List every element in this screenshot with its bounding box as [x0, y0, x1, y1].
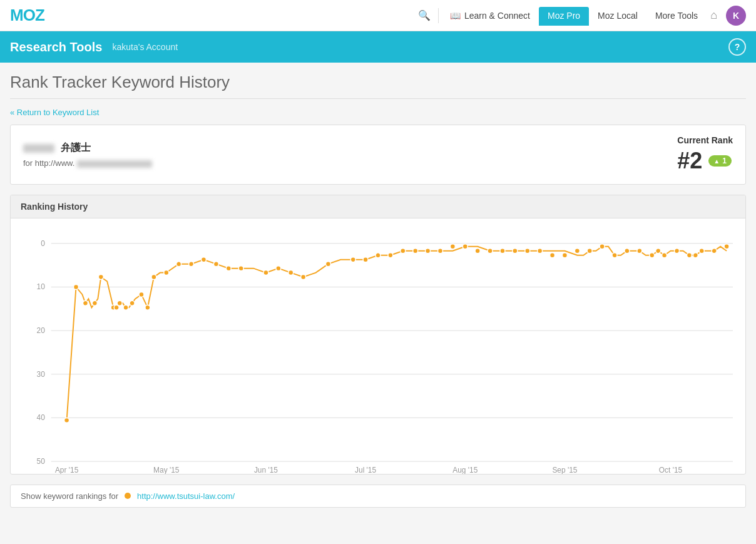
keyword-info: 弁護士 for http://www. [23, 141, 677, 168]
svg-text:Aug '15: Aug '15 [452, 466, 478, 474]
svg-point-61 [562, 253, 567, 258]
chart-header: Ranking History [11, 195, 745, 218]
svg-text:Jul '15: Jul '15 [355, 466, 376, 474]
svg-point-71 [675, 249, 680, 254]
nav-item-learn-connect[interactable]: 📖 Learn & Connect [441, 7, 539, 24]
svg-point-31 [151, 275, 156, 280]
keyword-label: 弁護士 [61, 141, 91, 155]
up-arrow-icon: ▲ [713, 158, 720, 165]
chart-section: Ranking History 0 10 20 30 40 [10, 195, 746, 475]
svg-text:20: 20 [37, 326, 46, 335]
svg-point-30 [145, 305, 150, 310]
help-button[interactable]: ? [728, 38, 746, 56]
svg-point-23 [98, 275, 103, 280]
svg-point-46 [375, 253, 381, 258]
svg-point-75 [712, 249, 717, 254]
svg-text:40: 40 [37, 413, 46, 422]
footer-bar: Show keyword rankings for http://www.tsu… [10, 485, 746, 508]
svg-text:Sep '15: Sep '15 [552, 466, 577, 474]
page-title: Rank Tracker Keyword History [10, 73, 746, 99]
keyword-card: 弁護士 for http://www. Current Rank #2 ▲ 1 [10, 125, 746, 185]
svg-point-68 [650, 253, 655, 258]
svg-point-55 [488, 249, 493, 254]
svg-text:30: 30 [37, 370, 46, 379]
svg-point-48 [401, 249, 406, 254]
top-nav: MOZ 🔍 📖 Learn & Connect Moz Pro Moz Loca… [0, 0, 756, 31]
svg-point-66 [625, 249, 630, 254]
footer-url[interactable]: http://www.tsutsui-law.com/ [137, 491, 235, 501]
chart-body: 0 10 20 30 40 50 Apr '15 May '15 Jun '15… [11, 218, 745, 474]
svg-point-20 [74, 285, 79, 290]
svg-point-64 [600, 244, 605, 249]
svg-point-38 [238, 266, 243, 271]
svg-point-39 [263, 270, 268, 275]
svg-point-32 [164, 270, 169, 275]
svg-point-28 [130, 300, 135, 305]
svg-point-21 [83, 300, 88, 305]
svg-text:50: 50 [37, 457, 46, 466]
main-content: Rank Tracker Keyword History « Return to… [0, 63, 756, 508]
svg-point-65 [612, 253, 617, 258]
search-icon[interactable]: 🔍 [418, 9, 431, 21]
nav-item-more-tools[interactable]: More Tools [646, 7, 707, 24]
svg-point-54 [475, 249, 480, 254]
book-icon: 📖 [450, 11, 461, 21]
svg-point-34 [189, 262, 194, 267]
svg-point-70 [662, 253, 667, 258]
svg-point-63 [587, 249, 592, 254]
svg-point-42 [301, 275, 306, 280]
svg-point-52 [450, 244, 455, 249]
svg-point-51 [438, 249, 443, 254]
nav-item-moz-pro[interactable]: Moz Pro [539, 7, 589, 26]
svg-point-47 [388, 253, 393, 258]
nav-divider [438, 8, 439, 23]
svg-point-56 [500, 249, 505, 254]
svg-point-36 [213, 262, 218, 267]
svg-point-73 [693, 253, 698, 258]
svg-point-59 [538, 249, 543, 254]
avatar[interactable]: K [726, 6, 746, 26]
svg-text:Jun '15: Jun '15 [254, 466, 278, 474]
rank-value: #2 ▲ 1 [677, 148, 733, 174]
svg-point-45 [363, 257, 368, 262]
home-icon[interactable]: ⌂ [710, 9, 717, 22]
svg-point-29 [139, 292, 144, 297]
svg-point-53 [462, 244, 467, 249]
svg-point-19 [64, 418, 69, 423]
rank-badge: ▲ 1 [708, 155, 732, 167]
svg-point-74 [699, 249, 704, 254]
svg-text:0: 0 [41, 239, 45, 248]
ranking-chart: 0 10 20 30 40 50 Apr '15 May '15 Jun '15… [17, 225, 739, 474]
svg-point-44 [350, 257, 355, 262]
footer-dot-icon [125, 493, 131, 499]
svg-point-40 [276, 266, 281, 271]
svg-text:May '15: May '15 [153, 466, 180, 474]
back-link[interactable]: « Return to Keyword List [10, 108, 99, 117]
svg-point-26 [117, 300, 122, 305]
blue-bar: Research Tools kakuta's Account ? [0, 31, 756, 63]
svg-point-69 [656, 249, 661, 254]
svg-point-49 [413, 249, 418, 254]
research-tools-title: Research Tools [10, 40, 102, 54]
svg-point-57 [513, 249, 518, 254]
svg-point-67 [637, 249, 642, 254]
svg-point-62 [575, 249, 580, 254]
svg-point-35 [201, 257, 206, 262]
svg-point-58 [525, 249, 530, 254]
svg-text:Apr '15: Apr '15 [55, 466, 79, 474]
nav-item-moz-local[interactable]: Moz Local [589, 7, 646, 24]
svg-point-37 [226, 266, 231, 271]
svg-point-33 [176, 262, 181, 267]
svg-point-76 [724, 244, 729, 249]
svg-text:Oct '15: Oct '15 [659, 466, 683, 474]
moz-logo[interactable]: MOZ [10, 6, 44, 25]
footer-label: Show keyword rankings for [21, 491, 118, 501]
url-blur [77, 160, 152, 168]
keyword-blur [23, 144, 54, 153]
account-label: kakuta's Account [112, 42, 178, 52]
keyword-text: 弁護士 [23, 141, 677, 155]
current-rank-label: Current Rank [677, 135, 733, 145]
svg-point-22 [92, 300, 97, 305]
svg-text:10: 10 [37, 282, 46, 291]
rank-section: Current Rank #2 ▲ 1 [677, 135, 733, 174]
